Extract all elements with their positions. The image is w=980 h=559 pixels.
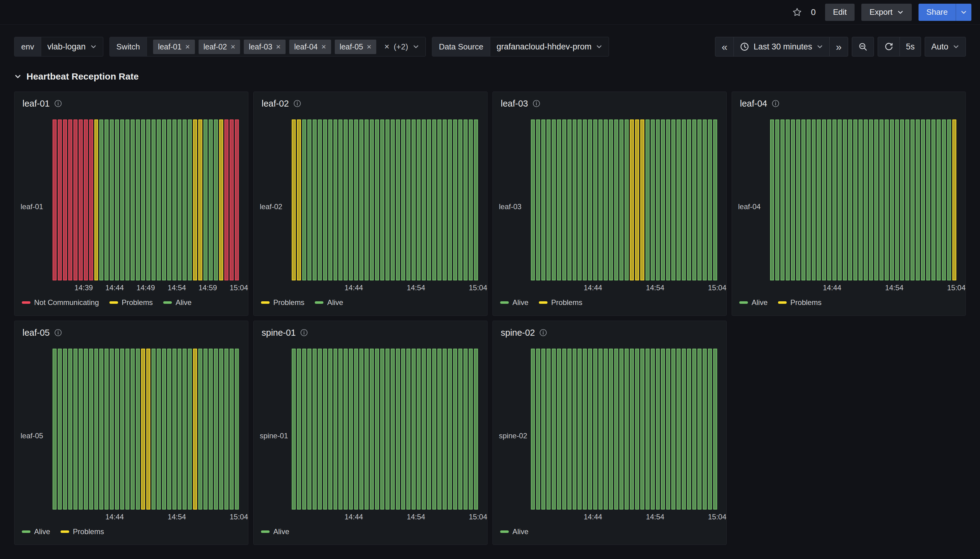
- time-controls: « Last 30 minutes » 5s Auto: [715, 37, 966, 56]
- time-range-picker[interactable]: Last 30 minutes: [733, 37, 830, 56]
- switch-variable-select[interactable]: leaf-01×leaf-02×leaf-03×leaf-04×leaf-05×…: [147, 37, 425, 56]
- panel-header[interactable]: leaf-05: [15, 325, 248, 340]
- status-bar-alive: [781, 119, 784, 280]
- status-bar-alive: [172, 349, 176, 509]
- panel-header[interactable]: spine-01: [254, 325, 487, 340]
- refresh-group: 5s: [878, 37, 921, 56]
- info-icon[interactable]: [532, 99, 541, 108]
- chip-remove-icon[interactable]: ×: [367, 42, 371, 51]
- status-bar-alive: [708, 349, 712, 509]
- star-button[interactable]: [790, 5, 804, 19]
- status-bar-alive: [443, 349, 447, 509]
- status-bar-alive: [235, 349, 239, 509]
- auto-refresh-dropdown[interactable]: Auto: [925, 37, 966, 56]
- legend-item-not-communicating[interactable]: Not Communicating: [22, 298, 99, 307]
- legend-item-problems[interactable]: Problems: [539, 298, 582, 307]
- legend-item-alive[interactable]: Alive: [500, 298, 529, 307]
- status-bar-alive: [411, 349, 416, 509]
- legend-item-alive[interactable]: Alive: [163, 298, 192, 307]
- edit-button[interactable]: Edit: [825, 4, 855, 21]
- filter-chip-leaf-04[interactable]: leaf-04×: [289, 40, 331, 54]
- status-bar-alive: [359, 349, 363, 509]
- legend-item-alive[interactable]: Alive: [739, 298, 768, 307]
- status-bar-alive: [328, 119, 332, 280]
- status-bar-alive: [583, 349, 587, 509]
- info-icon[interactable]: [54, 329, 62, 337]
- filter-chip-leaf-03[interactable]: leaf-03×: [244, 40, 285, 54]
- share-menu-button[interactable]: [956, 4, 972, 21]
- zoom-out-button[interactable]: [852, 37, 874, 56]
- legend-item-alive[interactable]: Alive: [22, 528, 50, 536]
- panel-bars[interactable]: [53, 119, 239, 280]
- datasource-variable-select[interactable]: grafanacloud-hhdev-prom: [490, 37, 609, 56]
- status-bar-alive: [448, 119, 452, 280]
- info-icon[interactable]: [54, 99, 62, 108]
- status-bar-alive: [365, 349, 368, 509]
- chip-remove-icon[interactable]: ×: [186, 42, 190, 51]
- status-bar-alive: [344, 349, 348, 509]
- panel-bars[interactable]: [770, 119, 956, 280]
- panel-header[interactable]: spine-02: [493, 325, 726, 340]
- chip-remove-icon[interactable]: ×: [276, 42, 281, 51]
- status-bar-alive: [547, 349, 551, 509]
- status-bar-alive: [869, 119, 873, 280]
- legend-item-alive[interactable]: Alive: [261, 528, 289, 536]
- refresh-button[interactable]: [878, 37, 900, 56]
- status-bar-alive: [427, 119, 431, 280]
- auto-refresh-label: Auto: [931, 42, 948, 51]
- filter-chip-leaf-02[interactable]: leaf-02×: [199, 40, 240, 54]
- info-icon[interactable]: [300, 329, 308, 337]
- status-bar-alive: [885, 119, 889, 280]
- legend-swatch: [739, 301, 748, 304]
- legend-item-alive[interactable]: Alive: [500, 528, 529, 536]
- legend-item-problems[interactable]: Problems: [109, 298, 153, 307]
- status-bar-alive: [157, 119, 161, 280]
- env-variable-select[interactable]: vlab-logan: [41, 37, 103, 56]
- legend-item-alive[interactable]: Alive: [315, 298, 343, 307]
- panel-bars[interactable]: [531, 349, 717, 509]
- panel-bars[interactable]: [292, 119, 478, 280]
- panels-grid: leaf-01 leaf-01 14:3914:4414:4914:5414:5…: [0, 91, 980, 545]
- legend-item-problems[interactable]: Problems: [778, 298, 821, 307]
- panel-header[interactable]: leaf-01: [15, 96, 248, 111]
- panel-title: leaf-03: [501, 99, 528, 109]
- legend-item-problems[interactable]: Problems: [61, 528, 104, 536]
- time-shift-back-button[interactable]: «: [715, 37, 734, 56]
- share-button[interactable]: Share: [919, 4, 956, 21]
- export-button[interactable]: Export: [861, 4, 912, 21]
- share-split-button: Share: [919, 4, 972, 21]
- x-axis-tick: 15:04: [708, 513, 726, 521]
- status-bar-alive: [89, 349, 93, 509]
- chip-remove-icon[interactable]: ×: [321, 42, 326, 51]
- info-icon[interactable]: [539, 329, 547, 337]
- refresh-interval-button[interactable]: 5s: [899, 37, 921, 56]
- panel-bars[interactable]: [292, 349, 478, 509]
- panel-bars[interactable]: [531, 119, 717, 280]
- chip-remove-icon[interactable]: ×: [230, 42, 235, 51]
- status-bar-alive: [890, 119, 894, 280]
- refresh-interval-label: 5s: [906, 42, 915, 51]
- clear-filter-icon[interactable]: ×: [384, 42, 389, 51]
- panel-title: leaf-02: [262, 99, 289, 109]
- panel-header[interactable]: leaf-02: [254, 96, 487, 111]
- legend-item-problems[interactable]: Problems: [261, 298, 304, 307]
- panel-x-axis: 14:4414:5415:04: [292, 280, 478, 294]
- panel-plot-area: 14:4414:5415:04: [770, 119, 956, 294]
- env-variable-value: vlab-logan: [47, 42, 86, 51]
- panel-header[interactable]: leaf-04: [732, 96, 965, 111]
- filter-chip-leaf-01[interactable]: leaf-01×: [153, 40, 195, 54]
- status-bar-alive: [95, 349, 98, 509]
- status-bar-alive: [635, 349, 639, 509]
- panel-bars[interactable]: [53, 349, 239, 509]
- time-shift-forward-button[interactable]: »: [829, 37, 848, 56]
- x-axis-tick: 14:44: [584, 513, 602, 521]
- panel-header[interactable]: leaf-03: [493, 96, 726, 111]
- filter-chip-leaf-05[interactable]: leaf-05×: [335, 40, 376, 54]
- status-bar-alive: [110, 349, 114, 509]
- row-heartbeat-reception-rate[interactable]: Heartbeat Reception Rate: [0, 56, 980, 91]
- x-axis-tick: 15:04: [708, 283, 726, 292]
- info-icon[interactable]: [771, 99, 779, 108]
- info-icon[interactable]: [293, 99, 301, 108]
- panel-x-axis: 14:4414:5415:04: [531, 280, 717, 294]
- status-bar-alive: [864, 119, 868, 280]
